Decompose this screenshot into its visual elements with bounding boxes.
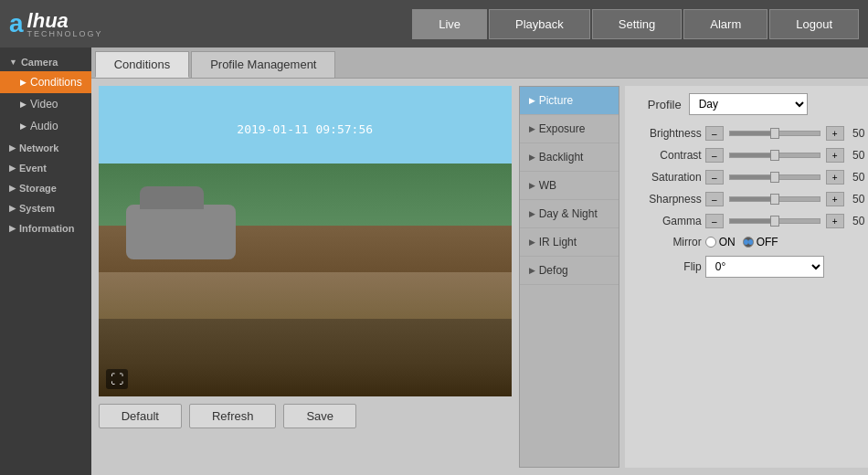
sharpness-track[interactable] <box>729 196 820 202</box>
gamma-minus[interactable]: – <box>705 214 724 228</box>
tab-bar: Conditions Profile Management <box>91 48 868 79</box>
sidebar-item-video[interactable]: ▶ Video <box>0 93 91 115</box>
sidebar-section-event[interactable]: ▶ Event <box>0 157 91 177</box>
menu-item-wb-label: WB <box>539 179 556 192</box>
gamma-fill <box>730 219 775 223</box>
contrast-plus[interactable]: + <box>826 148 844 163</box>
sidebar-section-system[interactable]: ▶ System <box>0 197 91 217</box>
mirror-radio-group: ON OFF <box>705 236 778 248</box>
contrast-minus[interactable]: – <box>705 148 724 163</box>
mirror-on-radio[interactable]: ON <box>705 236 736 248</box>
nav-tab-alarm[interactable]: Alarm <box>683 9 767 39</box>
saturation-plus[interactable]: + <box>826 170 844 185</box>
menu-item-defog[interactable]: ▶ Defog <box>520 257 619 285</box>
saturation-label: Saturation <box>636 171 702 184</box>
menu-list: ▶ Picture ▶ Exposure ▶ Backlight ▶ WB <box>519 86 619 468</box>
brightness-value: 50 <box>848 127 868 140</box>
defog-arrow-icon: ▶ <box>529 266 535 275</box>
menu-item-picture-label: Picture <box>539 94 573 107</box>
brightness-plus[interactable]: + <box>826 126 844 141</box>
gamma-label: Gamma <box>636 215 702 227</box>
menu-item-day-night-label: Day & Night <box>539 207 598 220</box>
gamma-plus[interactable]: + <box>826 214 844 228</box>
backlight-arrow-icon: ▶ <box>529 153 535 162</box>
profile-select[interactable]: Day Night Normal <box>689 93 808 115</box>
menu-item-exposure-label: Exposure <box>539 122 586 135</box>
mirror-label: Mirror <box>636 236 702 248</box>
refresh-button[interactable]: Refresh <box>189 404 277 428</box>
saturation-thumb[interactable] <box>770 172 779 183</box>
mirror-off-label: OFF <box>757 236 778 248</box>
gamma-track[interactable] <box>729 218 820 224</box>
brightness-thumb[interactable] <box>770 128 779 139</box>
gamma-value: 50 <box>848 215 868 227</box>
sidebar-section-network[interactable]: ▶ Network <box>0 137 91 157</box>
profile-label: Profile <box>636 98 682 111</box>
nav-tab-live[interactable]: Live <box>412 9 487 39</box>
gamma-row: Gamma – + 50 <box>636 214 868 228</box>
menu-item-wb[interactable]: ▶ WB <box>520 172 619 200</box>
system-arrow-icon: ▶ <box>9 204 16 213</box>
video-container: 2019-01-11 09:57:56 ⛶ <box>99 86 512 396</box>
save-button[interactable]: Save <box>283 404 356 428</box>
saturation-row: Saturation – + 50 <box>636 170 868 185</box>
tab-conditions[interactable]: Conditions <box>95 51 189 78</box>
menu-item-defog-label: Defog <box>539 264 568 277</box>
menu-item-picture[interactable]: ▶ Picture <box>520 87 619 115</box>
sidebar-section-information[interactable]: ▶ Information <box>0 217 91 238</box>
profile-row: Profile Day Night Normal <box>636 93 868 115</box>
contrast-track[interactable] <box>729 153 820 158</box>
contrast-thumb[interactable] <box>770 150 779 161</box>
menu-item-backlight[interactable]: ▶ Backlight <box>520 143 619 172</box>
video-controls: Default Refresh Save <box>99 404 512 428</box>
sharpness-fill <box>730 197 775 201</box>
menu-item-ir-light[interactable]: ▶ IR Light <box>520 228 619 257</box>
sharpness-thumb[interactable] <box>770 194 779 205</box>
contrast-label: Contrast <box>636 149 702 162</box>
nav-tab-playback[interactable]: Playback <box>489 9 590 39</box>
gamma-thumb[interactable] <box>770 216 779 227</box>
tab-profile-management[interactable]: Profile Management <box>191 51 335 78</box>
camera-arrow-icon: ▼ <box>9 58 17 67</box>
wb-arrow-icon: ▶ <box>529 181 535 190</box>
settings-panel: Profile Day Night Normal Brightness – <box>625 86 868 468</box>
nav-tab-logout[interactable]: Logout <box>769 9 859 39</box>
sidebar-item-audio[interactable]: ▶ Audio <box>0 115 91 137</box>
picture-arrow-icon: ▶ <box>529 96 535 105</box>
sidebar-item-conditions[interactable]: ▶ Conditions <box>0 71 91 93</box>
logo-sub: TECHNOLOGY <box>27 29 103 38</box>
logo-mark: a <box>9 9 24 38</box>
sidebar-item-audio-label: Audio <box>30 120 58 132</box>
brightness-minus[interactable]: – <box>705 126 724 141</box>
nav-tab-setting[interactable]: Setting <box>592 9 682 39</box>
contrast-value: 50 <box>848 149 868 162</box>
sharpness-value: 50 <box>848 193 868 206</box>
sidebar-section-system-label: System <box>19 203 55 214</box>
fullscreen-icon[interactable]: ⛶ <box>106 369 128 389</box>
nav-tabs: Live Playback Setting Alarm Logout <box>412 9 859 39</box>
brightness-fill <box>730 132 775 135</box>
saturation-track[interactable] <box>729 174 820 180</box>
menu-item-exposure[interactable]: ▶ Exposure <box>520 115 619 143</box>
contrast-row: Contrast – + 50 <box>636 148 868 163</box>
flip-select[interactable]: 0° 90° 180° 270° <box>705 256 824 278</box>
sidebar-section-storage[interactable]: ▶ Storage <box>0 177 91 197</box>
sharpness-minus[interactable]: – <box>705 192 724 206</box>
contrast-fill <box>730 153 775 157</box>
sidebar-item-video-label: Video <box>30 98 58 111</box>
exposure-arrow-icon: ▶ <box>529 124 535 133</box>
sidebar-section-information-label: Information <box>19 223 75 234</box>
default-button[interactable]: Default <box>99 404 182 428</box>
sidebar-section-storage-label: Storage <box>19 183 57 194</box>
sharpness-plus[interactable]: + <box>826 192 844 206</box>
mirror-off-radio[interactable]: OFF <box>743 236 778 248</box>
menu-item-day-night[interactable]: ▶ Day & Night <box>520 200 619 228</box>
brightness-track[interactable] <box>729 131 820 136</box>
saturation-fill <box>730 175 775 179</box>
irlight-arrow-icon: ▶ <box>529 238 535 247</box>
conditions-arrow-icon: ▶ <box>20 78 26 87</box>
brightness-row: Brightness – + 50 <box>636 126 868 141</box>
saturation-minus[interactable]: – <box>705 170 724 185</box>
sidebar-section-camera[interactable]: ▼ Camera <box>0 51 91 71</box>
sidebar-section-network-label: Network <box>19 142 58 153</box>
